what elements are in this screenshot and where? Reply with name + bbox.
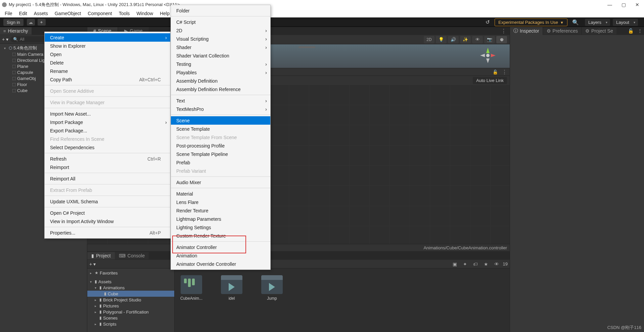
menu-file[interactable]: File <box>1 10 16 17</box>
menu-item-scene-template-pipeline[interactable]: Scene Template Pipeline <box>171 150 270 158</box>
menu-item-shader-variant-collection[interactable]: Shader Variant Collection <box>171 51 270 60</box>
close-button[interactable]: ✕ <box>635 2 639 7</box>
menu-gameobject[interactable]: GameObject <box>51 10 85 17</box>
menu-item-animator-controller[interactable]: Animator Controller <box>171 243 270 251</box>
scene-tab-menu[interactable]: ⋮ <box>498 28 510 34</box>
menu-item-delete[interactable]: Delete <box>45 58 170 67</box>
search-icon[interactable]: 🔍 <box>572 19 579 26</box>
fx-toggle-icon[interactable]: ✨ <box>460 36 471 43</box>
folder-animations[interactable]: ▾▮Animations <box>87 285 174 291</box>
orientation-gizmo[interactable] <box>479 47 496 64</box>
menu-assets[interactable]: Assets <box>31 10 51 17</box>
menu-tools[interactable]: Tools <box>116 10 133 17</box>
project-settings-tab[interactable]: ⚙Project Se <box>582 27 616 35</box>
menu-item-audio-mixer[interactable]: Audio Mixer <box>171 178 270 186</box>
hierarchy-create-dropdown[interactable]: + ▾ <box>2 37 8 42</box>
minimize-button[interactable]: — <box>607 2 612 7</box>
folder-polygonal[interactable]: ▸▮Polygonal - Fortification <box>87 309 174 315</box>
menu-item-copy-path[interactable]: Copy PathAlt+Ctrl+C <box>45 75 170 84</box>
layout-dropdown[interactable]: Layout <box>613 19 638 26</box>
chevron-icon[interactable]: ▾ <box>95 286 98 290</box>
chevron-icon[interactable]: ▸ <box>95 310 98 314</box>
menu-item-material[interactable]: Material <box>171 190 270 198</box>
menu-item-animator-override-controller[interactable]: Animator Override Controller <box>171 260 270 268</box>
chevron-icon[interactable]: ▸ <box>95 322 98 326</box>
kebab-icon[interactable]: ⋮ <box>636 28 644 34</box>
animator-kebab[interactable]: ⋮ <box>502 69 507 75</box>
chevron-icon[interactable]: ▾ <box>90 280 93 284</box>
hierarchy-tab[interactable]: ≡Hierarchy <box>0 27 32 35</box>
menu-item-prefab[interactable]: Prefab <box>171 158 270 167</box>
menu-item-text[interactable]: Text <box>171 96 270 105</box>
folder-cube[interactable]: ▮Cube <box>87 291 174 297</box>
layers-dropdown[interactable]: Layers <box>585 19 610 26</box>
menu-item-lens-flare[interactable]: Lens Flare <box>171 198 270 206</box>
menu-item-textmeshpro[interactable]: TextMeshPro <box>171 105 270 113</box>
sign-in-button[interactable]: Sign in <box>3 19 24 26</box>
camera-icon[interactable]: 📷 <box>484 36 495 43</box>
menu-item-reimport-all[interactable]: Reimport All <box>45 174 170 183</box>
menu-item-testing[interactable]: Testing <box>171 60 270 68</box>
menu-item-playables[interactable]: Playables <box>171 68 270 77</box>
menu-item-assembly-definition[interactable]: Assembly Definition <box>171 77 270 85</box>
hidden-icon[interactable]: 👁 <box>492 261 501 267</box>
menu-item-update-uxml-schema[interactable]: Update UXML Schema <box>45 197 170 206</box>
menu-item-open-c-project[interactable]: Open C# Project <box>45 209 170 217</box>
menu-item-scene[interactable]: Scene <box>171 116 270 125</box>
chevron-icon[interactable]: ▸ <box>95 304 98 308</box>
folder-brick[interactable]: ▸▮Brick Project Studio <box>87 297 174 303</box>
menu-item-post-processing-profile[interactable]: Post-processing Profile <box>171 141 270 150</box>
menu-edit[interactable]: Edit <box>16 10 31 17</box>
asset-item[interactable]: CubeAnim... <box>178 275 205 301</box>
menu-window[interactable]: Window <box>133 10 156 17</box>
menu-item-custom-render-texture[interactable]: Custom Render Texture <box>171 232 270 240</box>
menu-item-folder[interactable]: Folder <box>171 6 270 15</box>
maximize-button[interactable]: ▢ <box>622 2 626 7</box>
menu-item-import-new-asset-[interactable]: Import New Asset... <box>45 110 170 118</box>
folder-scripts[interactable]: ▸▮Scripts <box>87 321 174 327</box>
inspector-tab[interactable]: ⓘInspector <box>510 27 543 35</box>
menu-item-2d[interactable]: 2D <box>171 26 270 35</box>
preferences-tab[interactable]: ⚙Preferences <box>543 27 581 35</box>
audio-toggle-icon[interactable]: 🔊 <box>448 36 459 43</box>
project-tab[interactable]: ▮Project <box>87 252 115 259</box>
history-icon[interactable]: ↺ <box>486 19 490 25</box>
assets-folder[interactable]: ▾▮Assets <box>87 279 174 285</box>
menu-item-show-in-explorer[interactable]: Show in Explorer <box>45 42 170 50</box>
folder-scenes[interactable]: ▮Scenes <box>87 315 174 321</box>
menu-item-view-in-import-activity-window[interactable]: View in Import Activity Window <box>45 217 170 225</box>
menu-item-animation[interactable]: Animation <box>171 251 270 260</box>
favorites-filter-icon[interactable]: ✦ <box>461 261 469 267</box>
visibility-toggle-icon[interactable]: 👁 <box>472 36 483 43</box>
asset-item[interactable]: Jump <box>259 275 285 301</box>
experimental-packages-button[interactable]: Experimental Packages In Use▼ <box>495 18 567 26</box>
menu-item-c-script[interactable]: C# Script <box>171 18 270 26</box>
menu-item-shader[interactable]: Shader <box>171 43 270 51</box>
menu-item-create[interactable]: Create <box>45 33 170 42</box>
spark-icon[interactable]: ✦ <box>38 19 46 26</box>
drag-handle-icon[interactable] <box>298 46 315 48</box>
filter-icon[interactable]: ▣ <box>451 261 459 267</box>
lock-icon[interactable]: 🔓 <box>493 70 498 75</box>
label-filter-icon[interactable]: 🏷 <box>471 261 480 267</box>
gizmo-toggle-icon[interactable]: ⊕ <box>496 36 507 43</box>
view-2d-toggle[interactable]: 2D <box>424 36 434 43</box>
menu-item-open[interactable]: Open <box>45 50 170 58</box>
menu-item-lighting-settings[interactable]: Lighting Settings <box>171 223 270 232</box>
chevron-icon[interactable]: ▸ <box>95 298 98 302</box>
menu-item-visual-scripting[interactable]: Visual Scripting <box>171 35 270 43</box>
menu-item-select-dependencies[interactable]: Select Dependencies <box>45 143 170 152</box>
menu-item-render-texture[interactable]: Render Texture <box>171 206 270 215</box>
menu-item-import-package[interactable]: Import Package <box>45 118 170 126</box>
console-tab[interactable]: ⌨Console <box>115 252 149 259</box>
menu-component[interactable]: Component <box>84 10 115 17</box>
menu-item-refresh[interactable]: RefreshCtrl+R <box>45 155 170 163</box>
chevron-down-icon[interactable]: ▾ <box>4 46 7 50</box>
menu-item-rename[interactable]: Rename <box>45 67 170 75</box>
chevron-icon[interactable]: ▸ <box>90 271 93 275</box>
menu-item-export-package-[interactable]: Export Package... <box>45 126 170 135</box>
menu-item-reimport[interactable]: Reimport <box>45 163 170 171</box>
favorites-row[interactable]: ▸★Favorites <box>87 270 174 276</box>
lighting-toggle-icon[interactable]: 💡 <box>436 36 447 43</box>
menu-item-lightmap-parameters[interactable]: Lightmap Parameters <box>171 215 270 223</box>
